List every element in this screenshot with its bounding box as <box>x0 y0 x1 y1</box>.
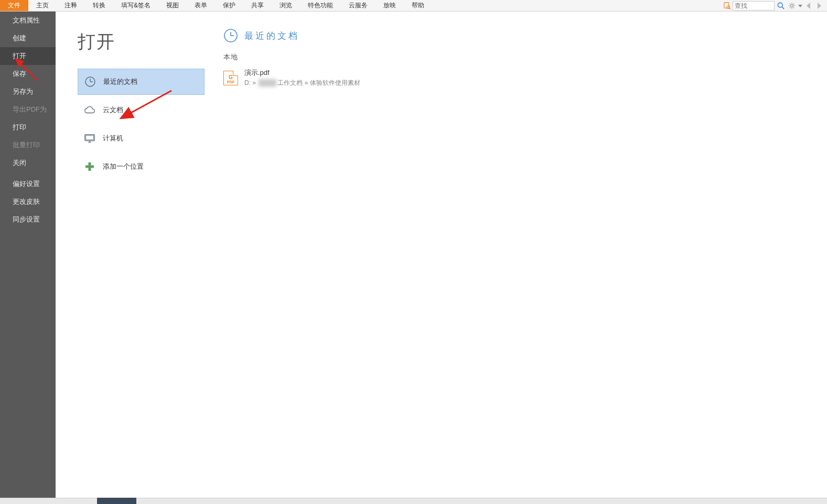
menu-tab-保护[interactable]: 保护 <box>215 0 243 11</box>
location-cloud[interactable]: 云文档 <box>78 97 205 123</box>
workspace: 文档属性创建打开保存另存为导出PDF为打印批量打印关闭 偏好设置更改皮肤同步设置… <box>0 12 827 498</box>
menu-spacer <box>432 0 723 11</box>
sidebar-item-change-skin[interactable]: 更改皮肤 <box>0 193 56 211</box>
svg-marker-14 <box>798 5 802 7</box>
svg-rect-21 <box>86 136 94 140</box>
status-bar-segment <box>97 498 136 504</box>
file-sidebar: 文档属性创建打开保存另存为导出PDF为打印批量打印关闭 偏好设置更改皮肤同步设置 <box>0 12 56 498</box>
location-add-location[interactable]: 添加一个位置 <box>78 154 205 180</box>
menu-tab-帮助[interactable]: 帮助 <box>404 0 432 11</box>
location-label: 添加一个位置 <box>103 162 144 171</box>
recent-heading: 最近的文档 <box>244 30 299 42</box>
file-name: 演示.pdf <box>244 68 360 78</box>
menu-tab-表单[interactable]: 表单 <box>187 0 215 11</box>
menu-tab-填写&签名[interactable]: 填写&签名 <box>113 0 158 11</box>
sidebar-item-print[interactable]: 打印 <box>0 118 56 136</box>
file-path: D: » ████工作文档 » 体验软件使用素材 <box>244 79 360 87</box>
svg-line-13 <box>793 3 794 4</box>
sidebar-item-export-pdf[interactable]: 导出PDF为 <box>0 101 56 118</box>
clock-icon <box>84 76 96 87</box>
menu-tab-特色功能[interactable]: 特色功能 <box>300 0 341 11</box>
find-input[interactable] <box>733 1 775 10</box>
location-computer[interactable]: 计算机 <box>78 125 205 151</box>
location-recent[interactable]: 最近的文档 <box>78 69 205 95</box>
nav-forward-icon[interactable] <box>814 1 824 10</box>
location-label: 云文档 <box>103 105 123 115</box>
svg-rect-0 <box>724 2 729 8</box>
menu-bar: 文件主页注释转换填写&签名视图表单保护共享浏览特色功能云服务放映帮助 <box>0 0 827 12</box>
recent-heading-row: 最近的文档 <box>223 28 827 43</box>
menu-tab-云服务[interactable]: 云服务 <box>341 0 375 11</box>
menu-tab-注释[interactable]: 注释 <box>57 0 85 11</box>
menu-tab-浏览[interactable]: 浏览 <box>272 0 300 11</box>
location-label: 计算机 <box>103 134 123 143</box>
menu-tab-转换[interactable]: 转换 <box>85 0 113 11</box>
menu-tab-视图[interactable]: 视图 <box>158 0 187 11</box>
svg-line-2 <box>729 8 731 9</box>
search-submit-icon[interactable] <box>776 1 786 10</box>
dropdown-icon[interactable] <box>798 1 803 10</box>
file-meta: 演示.pdfD: » ████工作文档 » 体验软件使用素材 <box>244 68 360 87</box>
menu-tab-放映[interactable]: 放映 <box>375 0 404 11</box>
sidebar-item-close[interactable]: 关闭 <box>0 154 56 172</box>
nav-back-icon[interactable] <box>804 1 813 10</box>
gear-icon[interactable] <box>787 1 797 10</box>
sidebar-item-create[interactable]: 创建 <box>0 29 56 47</box>
sidebar-item-doc-props[interactable]: 文档属性 <box>0 12 56 29</box>
search-group <box>723 0 827 11</box>
location-label: 最近的文档 <box>103 77 137 86</box>
panel-title: 打开 <box>78 30 205 54</box>
sidebar-item-open[interactable]: 打开 <box>0 47 56 65</box>
sidebar-item-sync-settings[interactable]: 同步设置 <box>0 211 56 228</box>
svg-line-12 <box>790 7 790 8</box>
sidebar-item-preferences[interactable]: 偏好设置 <box>0 175 56 193</box>
svg-line-4 <box>782 6 784 8</box>
svg-point-5 <box>790 4 793 7</box>
pdf-file-icon: GPDF <box>223 71 238 85</box>
svg-line-10 <box>790 3 790 4</box>
cloud-icon <box>84 104 95 116</box>
sidebar-item-batch-print[interactable]: 批量打印 <box>0 136 56 154</box>
svg-line-11 <box>793 7 794 8</box>
sidebar-item-save-as[interactable]: 另存为 <box>0 83 56 101</box>
find-in-doc-icon[interactable] <box>723 2 732 10</box>
svg-marker-15 <box>807 3 810 9</box>
recent-file[interactable]: GPDF演示.pdfD: » ████工作文档 » 体验软件使用素材 <box>223 67 827 89</box>
menu-tab-主页[interactable]: 主页 <box>28 0 57 11</box>
menu-tab-文件[interactable]: 文件 <box>0 0 28 11</box>
menu-tab-共享[interactable]: 共享 <box>243 0 272 11</box>
local-subheading: 本地 <box>223 52 827 62</box>
sidebar-item-save[interactable]: 保存 <box>0 65 56 83</box>
clock-icon <box>223 28 238 43</box>
computer-icon <box>84 133 95 144</box>
recent-content: 最近的文档 本地 GPDF演示.pdfD: » ████工作文档 » 体验软件使… <box>205 12 827 498</box>
open-panel: 打开 最近的文档云文档计算机添加一个位置 <box>56 12 205 498</box>
plus-icon <box>84 161 95 172</box>
svg-marker-16 <box>818 3 821 9</box>
